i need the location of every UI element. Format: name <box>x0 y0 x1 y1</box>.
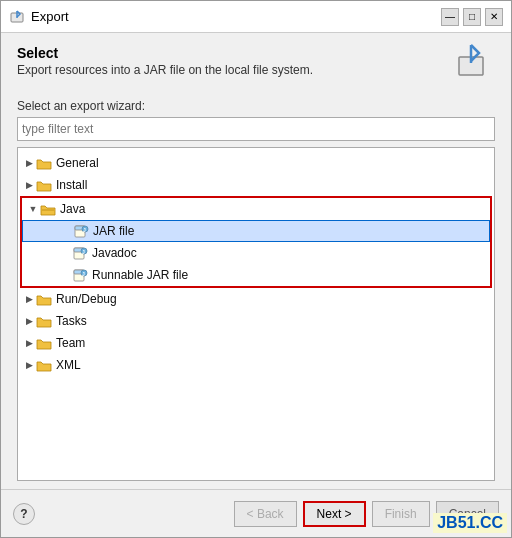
tree-item-runnable-jar[interactable]: ▶ J Runnable JAR file <box>22 264 490 286</box>
finish-button[interactable]: Finish <box>372 501 430 527</box>
tree-item-team[interactable]: ▶ Team <box>18 332 494 354</box>
jar-file-icon: J <box>73 223 89 239</box>
folder-icon <box>36 157 52 170</box>
folder-icon <box>36 315 52 328</box>
wizard-label: Select an export wizard: <box>17 99 495 113</box>
tree-container[interactable]: ▶ General ▶ Install <box>17 147 495 481</box>
folder-icon <box>36 179 52 192</box>
bottom-left: ? <box>13 503 35 525</box>
chevron-right-icon: ▶ <box>22 336 36 350</box>
chevron-right-icon: ▶ <box>22 314 36 328</box>
chevron-right-icon: ▶ <box>22 292 36 306</box>
close-button[interactable]: ✕ <box>485 8 503 26</box>
tree-item-javadoc[interactable]: ▶ J Javadoc <box>22 242 490 264</box>
title-bar-left: Export <box>9 9 69 25</box>
chevron-down-icon: ▼ <box>26 202 40 216</box>
window-icon <box>9 9 25 25</box>
tree-item-run-debug[interactable]: ▶ Run/Debug <box>18 288 494 310</box>
runnable-jar-icon: J <box>72 267 88 283</box>
header-text: Select Export resources into a JAR file … <box>17 45 313 89</box>
tree-label-run-debug: Run/Debug <box>56 292 117 306</box>
watermark: JB51.CC <box>433 513 507 533</box>
tree-item-jar-file[interactable]: ▶ J JAR file <box>22 220 490 242</box>
javadoc-icon: J <box>72 245 88 261</box>
tree-label-team: Team <box>56 336 85 350</box>
tree-label-javadoc: Javadoc <box>92 246 137 260</box>
tree-item-install[interactable]: ▶ Install <box>18 174 494 196</box>
tree-label-install: Install <box>56 178 87 192</box>
title-bar: Export — □ ✕ <box>1 1 511 33</box>
chevron-right-icon: ▶ <box>22 358 36 372</box>
folder-icon <box>36 293 52 306</box>
header-row: Select Export resources into a JAR file … <box>17 45 495 89</box>
tree-label-general: General <box>56 156 99 170</box>
main-content: Select Export resources into a JAR file … <box>1 33 511 489</box>
tree-item-xml[interactable]: ▶ XML <box>18 354 494 376</box>
tree-label-java: Java <box>60 202 85 216</box>
folder-open-icon <box>40 203 56 216</box>
tree-item-tasks[interactable]: ▶ Tasks <box>18 310 494 332</box>
section-desc: Export resources into a JAR file on the … <box>17 63 313 77</box>
folder-icon <box>36 359 52 372</box>
next-button[interactable]: Next > <box>303 501 366 527</box>
svg-text:J: J <box>83 227 86 233</box>
svg-text:J: J <box>82 271 85 277</box>
folder-icon <box>36 337 52 350</box>
tree-label-tasks: Tasks <box>56 314 87 328</box>
chevron-right-icon: ▶ <box>22 178 36 192</box>
minimize-button[interactable]: — <box>441 8 459 26</box>
svg-text:J: J <box>82 249 85 255</box>
tree-item-general[interactable]: ▶ General <box>18 152 494 174</box>
tree-label-xml: XML <box>56 358 81 372</box>
title-bar-controls: — □ ✕ <box>441 8 503 26</box>
tree-item-java[interactable]: ▼ Java <box>22 198 490 220</box>
tree-label-jar: JAR file <box>93 224 134 238</box>
java-group: ▼ Java ▶ <box>20 196 492 288</box>
tree-label-runnable-jar: Runnable JAR file <box>92 268 188 282</box>
export-window: Export — □ ✕ Select Export resources int… <box>0 0 512 538</box>
help-button[interactable]: ? <box>13 503 35 525</box>
export-icon <box>455 41 495 81</box>
window-title: Export <box>31 9 69 24</box>
chevron-right-icon: ▶ <box>22 156 36 170</box>
maximize-button[interactable]: □ <box>463 8 481 26</box>
filter-input[interactable] <box>17 117 495 141</box>
section-title: Select <box>17 45 313 61</box>
back-button[interactable]: < Back <box>234 501 297 527</box>
